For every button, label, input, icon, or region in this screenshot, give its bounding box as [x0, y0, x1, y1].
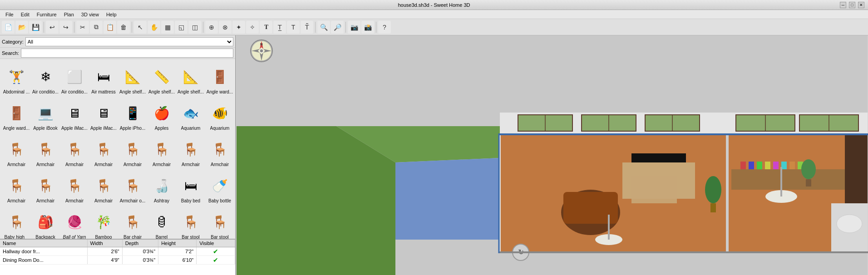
toolbar-btn-16[interactable]: ◫	[188, 21, 201, 34]
furniture-item[interactable]: 🎋Bamboo	[89, 206, 118, 239]
toolbar-btn-27[interactable]: 🔍	[317, 21, 330, 34]
furniture-item[interactable]: 🪑Armchair	[60, 133, 89, 170]
toolbar-btn-12[interactable]: ↖	[134, 21, 147, 34]
toolbar-btn-9[interactable]: 📋	[104, 21, 116, 34]
toolbar-btn-19[interactable]: ⊗	[219, 21, 232, 34]
minimize-button[interactable]: ─	[840, 2, 846, 8]
close-button[interactable]: ✕	[858, 2, 864, 8]
menu-item-file[interactable]: File	[2, 11, 17, 18]
furniture-item[interactable]: 🛏Air mattress	[89, 61, 118, 97]
toolbar-btn-22[interactable]: 𝐓	[260, 21, 272, 34]
toolbar-btn-7[interactable]: ✂	[76, 21, 89, 34]
furniture-item[interactable]: 🖥Apple iMac...	[89, 97, 118, 133]
toolbar-btn-18[interactable]: ⊕	[205, 21, 218, 34]
menu-item-furniture[interactable]: Furniture	[33, 11, 60, 18]
svg-rect-36	[740, 162, 746, 169]
furniture-item[interactable]: 🍎Apples	[147, 97, 176, 133]
toolbar-btn-24[interactable]: T	[287, 21, 300, 34]
menu-item-edit[interactable]: Edit	[17, 11, 33, 18]
menu-item-help[interactable]: Help	[103, 11, 120, 18]
furniture-item[interactable]: 🖥Apple iMac...	[60, 97, 89, 133]
furniture-icon: 📏	[150, 65, 173, 88]
toolbar-btn-14[interactable]: ▦	[161, 21, 174, 34]
3d-view-panel[interactable]: N	[236, 35, 868, 275]
toolbar-btn-28[interactable]: 🔎	[331, 21, 344, 34]
cell-height: 6'10"	[158, 256, 197, 265]
furniture-label: Armchair	[182, 162, 200, 167]
furniture-item[interactable]: 🛏Baby bed	[176, 170, 205, 206]
furniture-item[interactable]: 🚪Angle ward...	[205, 61, 234, 97]
toolbar-btn-8[interactable]: ⧉	[90, 21, 103, 34]
furniture-item[interactable]: 📐Angle shelf...	[176, 61, 205, 97]
table-row[interactable]: Hallway door fr... 2'6" 0'3¾" 7'2" ✔	[0, 247, 235, 256]
furniture-item[interactable]: 🪑Armchair o...	[118, 170, 147, 206]
furniture-icon: 🏋	[5, 65, 28, 88]
furniture-item[interactable]: 🪑Armchair	[60, 170, 89, 206]
furniture-label: Angle ward...	[3, 126, 30, 131]
furniture-item[interactable]: 🛢Barrel	[147, 206, 176, 239]
furniture-item[interactable]: 🪑Armchair	[89, 133, 118, 170]
menu-item-3d-view[interactable]: 3D view	[78, 11, 103, 18]
furniture-grid: 🏋Abdominal ...❄Air conditio...⬜Air condi…	[0, 59, 235, 239]
furniture-item[interactable]: 🚪Angle ward...	[2, 97, 31, 133]
cell-visible[interactable]: ✔	[197, 247, 235, 256]
furniture-item[interactable]: 🐟Aquarium	[176, 97, 205, 133]
toolbar-btn-23[interactable]: T̲	[273, 21, 286, 34]
col-name: Name	[0, 240, 87, 247]
furniture-item[interactable]: 🪑Armchair	[176, 133, 205, 170]
furniture-item[interactable]: 🍶Ashtray	[147, 170, 176, 206]
furniture-icon: 🪑	[5, 138, 28, 161]
toolbar-btn-0[interactable]: 📄	[2, 21, 15, 34]
toolbar-btn-1[interactable]: 📂	[15, 21, 28, 34]
toolbar-btn-10[interactable]: 🗑	[117, 21, 130, 34]
furniture-item[interactable]: ⬜Air conditio...	[60, 61, 89, 97]
furniture-item[interactable]: 🪑Baby high _	[2, 206, 31, 239]
furniture-item[interactable]: 🪑Armchair	[2, 170, 31, 206]
furniture-item[interactable]: 🪑Bar stool	[205, 206, 234, 239]
maximize-button[interactable]: □	[849, 2, 855, 8]
furniture-item[interactable]: 📐Angle shelf...	[118, 61, 147, 97]
menu-item-plan[interactable]: Plan	[60, 11, 78, 18]
furniture-item[interactable]: 🪑Armchair	[89, 170, 118, 206]
category-select[interactable]: All	[25, 37, 233, 46]
toolbar-btn-30[interactable]: 📷	[348, 21, 360, 34]
toolbar-btn-4[interactable]: ↩	[46, 21, 59, 34]
furniture-item[interactable]: 🪑Armchair	[31, 133, 60, 170]
furniture-item[interactable]: 🪑Bar stool	[176, 206, 205, 239]
toolbar-btn-20[interactable]: ✦	[232, 21, 245, 34]
furniture-item[interactable]: 📱Apple iPho...	[118, 97, 147, 133]
furniture-item[interactable]: ❄Air conditio...	[31, 61, 60, 97]
toolbar-btn-25[interactable]: T̃	[301, 21, 313, 34]
furniture-item[interactable]: 🪑Armchair	[205, 133, 234, 170]
search-input[interactable]	[21, 49, 233, 58]
furniture-item[interactable]: 🪑Bar chair	[118, 206, 147, 239]
furniture-item[interactable]: 🏋Abdominal ...	[2, 61, 31, 97]
cell-visible[interactable]: ✔	[197, 256, 235, 265]
toolbar-btn-13[interactable]: ✋	[148, 21, 160, 34]
furniture-item[interactable]: 🪑Armchair	[147, 133, 176, 170]
toolbar-btn-15[interactable]: ◱	[175, 21, 187, 34]
furniture-item[interactable]: 🪑Armchair	[2, 133, 31, 170]
toolbar-btn-2[interactable]: 💾	[29, 21, 42, 34]
furniture-label: Armchair	[36, 198, 54, 204]
compass[interactable]: N	[250, 39, 273, 63]
furniture-item[interactable]: 🧶Ball of Yarn	[60, 206, 89, 239]
furniture-item[interactable]: 🐠Aquarium	[205, 97, 234, 133]
toolbar-btn-5[interactable]: ↪	[59, 21, 72, 34]
furniture-item[interactable]: 🎒Backpack	[31, 206, 60, 239]
furniture-item[interactable]: 🪑Armchair	[118, 133, 147, 170]
toolbar-btn-21[interactable]: ✧	[246, 21, 259, 34]
furniture-item[interactable]: 🪑Armchair	[31, 170, 60, 206]
table-row[interactable]: Dining Room Do... 4'9" 0'3¾" 6'10" ✔	[0, 256, 235, 265]
toolbar-separator	[74, 22, 74, 33]
furniture-item[interactable]: 💻Apple iBook	[31, 97, 60, 133]
svg-rect-49	[780, 167, 782, 196]
furniture-item[interactable]: 🍼Baby bottle	[205, 170, 234, 206]
toolbar-btn-33[interactable]: ?	[378, 21, 391, 34]
furniture-label: Armchair	[94, 162, 113, 167]
toolbar-separator	[203, 22, 203, 33]
toolbar-btn-31[interactable]: 📸	[361, 21, 374, 34]
furniture-item[interactable]: 📏Angle shelf...	[147, 61, 176, 97]
svg-point-32	[705, 176, 721, 203]
furniture-label: Apple iPho...	[120, 126, 146, 131]
